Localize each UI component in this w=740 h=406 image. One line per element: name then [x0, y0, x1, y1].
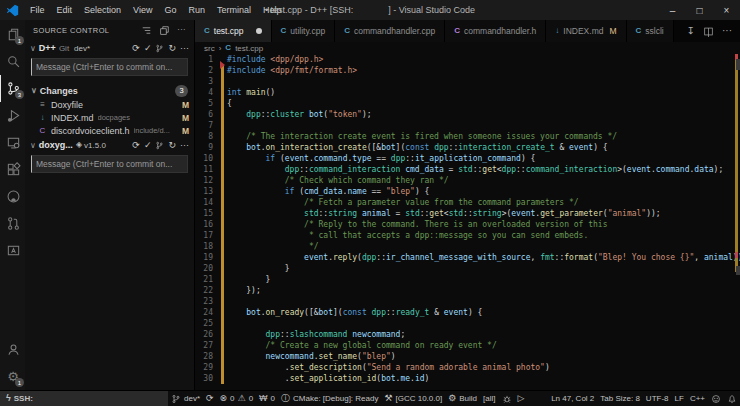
- token: ,: [531, 253, 541, 262]
- check-icon[interactable]: ✓: [144, 141, 152, 150]
- changed-file-row[interactable]: ≡DoxyfileM: [25, 98, 194, 111]
- check-icon[interactable]: ✓: [144, 44, 152, 53]
- menu-item-go[interactable]: Go: [158, 0, 182, 20]
- status-language-mode[interactable]: C++: [687, 391, 708, 406]
- breadcrumb-file[interactable]: test.cpp: [235, 44, 263, 53]
- status-cmake-kit[interactable]: ⚒[GCC 10.0.0]: [381, 391, 445, 406]
- status-notifications[interactable]: [724, 391, 740, 406]
- file-name: Doxyfile: [51, 100, 83, 110]
- code-text: #include <dpp/fmt/format.h>: [227, 66, 357, 75]
- line-number: 20: [195, 264, 213, 273]
- changed-file-row[interactable]: Cdiscordvoiceclient.hinclude/d...M: [25, 124, 194, 137]
- repo-branch[interactable]: dev*: [72, 44, 90, 53]
- token: [227, 165, 285, 174]
- download-icon[interactable]: ↧: [687, 26, 695, 36]
- tab-INDEX-md[interactable]: ↓INDEX.mdM: [546, 20, 626, 42]
- tab-label: commandhandler.cpp: [354, 26, 435, 36]
- more-icon[interactable]: ···: [180, 141, 189, 150]
- token: [227, 143, 246, 152]
- menu-item-view[interactable]: View: [127, 0, 158, 20]
- more-icon[interactable]: ···: [722, 26, 732, 36]
- status-cursor-position[interactable]: Ln 47, Col 2: [548, 391, 597, 406]
- code-text: .set_application_id(bot.me.id): [227, 374, 429, 383]
- status-cmake-target[interactable]: [all]: [480, 391, 498, 406]
- more-icon[interactable]: ···: [180, 44, 189, 53]
- breadcrumb-folder[interactable]: src: [204, 44, 215, 53]
- token: }: [285, 264, 290, 273]
- menu-item-edit[interactable]: Edit: [51, 0, 79, 20]
- status-remote-indicator[interactable]: ϟSSH:: [0, 391, 168, 406]
- tab-commandhandler-cpp[interactable]: Ccommandhandler.cpp: [335, 20, 445, 42]
- status-cmake-status[interactable]: ⓘCMake: [Debug]: Ready: [278, 391, 381, 406]
- code-editor[interactable]: 1#include <dpp/dpp.h>2#include <dpp/fmt/…: [195, 54, 740, 390]
- status-problems[interactable]: ⊗0⚠0: [217, 391, 257, 406]
- activity-item-settings[interactable]: ⚙1: [0, 363, 25, 390]
- maximize-button[interactable]: □: [686, 0, 713, 20]
- token: ::: [261, 110, 271, 119]
- status-eol[interactable]: LF: [672, 391, 687, 406]
- activity-item-remote-explorer[interactable]: [0, 129, 25, 156]
- sync-icon[interactable]: ⟳: [132, 44, 140, 53]
- activity-item-live-preview[interactable]: [0, 237, 25, 264]
- commit-message-input[interactable]: Message (Ctrl+Enter to commit on...: [31, 58, 188, 76]
- token: [227, 231, 309, 240]
- token: [227, 341, 266, 350]
- changes-section-header[interactable]: ∨Changes3: [25, 83, 194, 98]
- status-git-branch[interactable]: dev*: [168, 391, 203, 406]
- activity-item-accounts[interactable]: [0, 336, 25, 363]
- refresh-icon[interactable]: ↻: [168, 44, 176, 53]
- split-editor-icon[interactable]: [703, 26, 714, 37]
- commit-message-input[interactable]: Message (Ctrl+Enter to commit on...: [31, 155, 188, 173]
- repo-header-2[interactable]: ∨doxyg...◈v1.5.0⟳✓↻···: [25, 137, 194, 153]
- token: "token": [328, 110, 362, 119]
- minimize-button[interactable]: –: [659, 0, 686, 20]
- activity-item-search[interactable]: [0, 48, 25, 75]
- gutter: [213, 153, 227, 164]
- sync-icon[interactable]: ⟳: [132, 141, 140, 150]
- activity-item-explorer[interactable]: 1: [0, 21, 25, 48]
- status-cmake-build-button[interactable]: ⚙Build: [445, 391, 480, 406]
- tab-test-cpp[interactable]: Ctest.cpp: [195, 20, 272, 42]
- activity-item-source-control[interactable]: 3: [0, 75, 25, 102]
- line-number: 16: [195, 220, 213, 229]
- status-feedback[interactable]: [708, 391, 724, 406]
- token: dpp: [246, 110, 260, 119]
- status-ports[interactable]: ₩0: [256, 391, 278, 406]
- tab-sslcli[interactable]: Csslcli: [627, 20, 674, 42]
- gutter: [213, 175, 227, 186]
- chevron-down-icon: ∨: [30, 141, 36, 150]
- activity-item-pull-requests[interactable]: [0, 210, 25, 237]
- menu-item-file[interactable]: File: [24, 0, 51, 20]
- activity-item-extensions[interactable]: [0, 156, 25, 183]
- repo-header-1[interactable]: ∨D++Gitdev*⟳✓↻···: [25, 40, 194, 56]
- token: main: [246, 88, 265, 97]
- line-number: 10: [195, 154, 213, 163]
- activity-item-run-and-debug[interactable]: [0, 102, 25, 129]
- activity-item-github[interactable]: [0, 183, 25, 210]
- tab-utility-cpp[interactable]: Cutility.cpp: [272, 20, 336, 42]
- gutter: [213, 307, 227, 318]
- branch-icon[interactable]: [155, 141, 164, 150]
- close-button[interactable]: ×: [713, 0, 740, 20]
- menu-item-run[interactable]: Run: [182, 0, 211, 20]
- repositories-icon[interactable]: [159, 25, 170, 36]
- remote-explorer-icon: [6, 135, 21, 150]
- token: cmd_data: [405, 165, 444, 174]
- branch-icon[interactable]: [155, 44, 164, 53]
- status-sync-status[interactable]: ⟳: [203, 391, 217, 406]
- code-line: 12 /* Check which command they ran */: [195, 175, 740, 186]
- tree-view-icon[interactable]: [141, 25, 152, 36]
- status-encoding[interactable]: UTF-8: [643, 391, 672, 406]
- status-cmake-launch-button[interactable]: ▷: [515, 391, 528, 406]
- changed-file-row[interactable]: ↓INDEX.mddocpagesM: [25, 111, 194, 124]
- vscode-window: FileEditSelectionViewGoRunTerminalHelp •…: [0, 0, 740, 406]
- scrollbar[interactable]: [736, 59, 740, 70]
- token: * call that accepts a dpp::message so yo…: [309, 231, 588, 240]
- menu-item-selection[interactable]: Selection: [78, 0, 127, 20]
- status-indentation[interactable]: Tab Size: 8: [597, 391, 643, 406]
- more-icon[interactable]: ···: [177, 26, 186, 34]
- refresh-icon[interactable]: ↻: [168, 141, 176, 150]
- menu-item-terminal[interactable]: Terminal: [211, 0, 257, 20]
- tab-commandhandler-h[interactable]: Ccommandhandler.h: [445, 20, 546, 42]
- status-cmake-debug-button[interactable]: [499, 391, 515, 406]
